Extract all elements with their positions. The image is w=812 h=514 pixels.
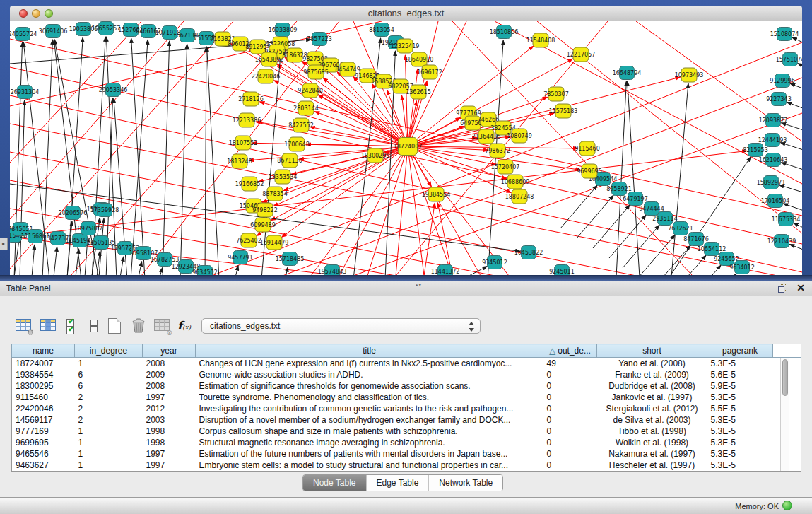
graph-edge xyxy=(408,69,418,146)
graph-node-label: 1813248 xyxy=(227,158,252,165)
graph-node-label: 21364436 xyxy=(472,134,501,140)
graph-node-label: 9875685 xyxy=(303,69,329,76)
table-settings-icon[interactable] xyxy=(15,317,33,335)
table-cell: Yano et al. (2008) xyxy=(597,358,707,370)
create-column-icon[interactable] xyxy=(105,317,124,335)
table-panel-body: ✔ ✔ ⊗ f(x) cit xyxy=(0,296,812,497)
graph-node-label: 2803144 xyxy=(293,105,319,112)
graph-node-label: 18724007 xyxy=(394,144,423,150)
graph-node-label: 7625402 xyxy=(236,238,261,244)
graph-node-label: 8427552 xyxy=(288,122,314,129)
graph-node-label: 7986372 xyxy=(485,148,510,154)
network-canvas[interactable]: 2405572430691406190538061065525715276026… xyxy=(10,21,802,276)
table-chooser-dropdown[interactable]: citations_edges.txt xyxy=(201,318,481,334)
table-cell: 0 xyxy=(543,380,597,392)
graph-node-label: 9129996 xyxy=(770,78,795,84)
function-builder-icon[interactable]: f(x) xyxy=(177,319,191,332)
table-cell: Genome-wide association studies in ADHD. xyxy=(196,369,543,380)
table-cell: 5.5E-5 xyxy=(707,403,773,414)
graph-node-label: 30691406 xyxy=(39,28,68,35)
graph-node-label: 18640910 xyxy=(405,57,434,63)
table-cell: Franke et al. (2009) xyxy=(597,369,707,380)
table-cell: 22420046 xyxy=(12,403,75,414)
scrollbar-thumb[interactable] xyxy=(782,359,788,396)
tab-edge-table[interactable]: Edge Table xyxy=(367,475,430,491)
table-panel-title: Table Panel xyxy=(6,284,51,293)
graph-node-label: 7850307 xyxy=(543,91,569,98)
table-cell: 2008 xyxy=(143,380,196,392)
table-cell: 9115460 xyxy=(12,392,75,403)
table-vertical-scrollbar[interactable] xyxy=(780,358,789,471)
column-header-in_degree[interactable]: in_degree xyxy=(75,344,143,358)
table-cell: 2 xyxy=(75,414,143,426)
graph-node-label: 6479197 xyxy=(623,196,648,202)
column-header-out_de[interactable]: △out_de... xyxy=(543,344,597,358)
graph-edge xyxy=(790,83,802,92)
split-pane-handle[interactable]: ▴▾ xyxy=(416,282,422,288)
gear-icon xyxy=(27,329,34,336)
table-cell: 1998 xyxy=(143,426,196,437)
tab-network-table[interactable]: Network Table xyxy=(429,475,502,491)
column-header-title[interactable]: title xyxy=(196,344,543,358)
graph-node-label: 19166852 xyxy=(235,181,264,187)
row-height-icon[interactable] xyxy=(85,317,103,335)
graph-edge xyxy=(616,81,626,276)
table-cell: Changes of HCN gene expression and I(f) … xyxy=(196,358,543,370)
graph-edge xyxy=(20,100,25,276)
table-row[interactable]: 946362711997Embryonic stem cells: a mode… xyxy=(12,460,801,472)
table-tabs: Node Table Edge Table Network Table xyxy=(302,474,503,491)
network-window-title: citations_edges.txt xyxy=(10,8,802,18)
table-cell: 6 xyxy=(75,380,143,392)
table-row[interactable]: 2242004622012Investigating the contribut… xyxy=(12,403,801,414)
delete-column-icon[interactable] xyxy=(130,317,148,335)
column-visibility-icon[interactable] xyxy=(40,317,58,335)
table-cell: 2 xyxy=(75,392,143,403)
table-header-row: namein_degreeyeartitle△out_de...shortpag… xyxy=(12,344,801,358)
table-row[interactable]: 1872400712008Changes of HCN gene express… xyxy=(12,358,801,370)
table-cell: 18300295 xyxy=(12,380,75,392)
graph-node-label: 9227343 xyxy=(766,96,792,103)
graph-node-label: 15718485 xyxy=(276,256,305,262)
graph-node-label: 1080749 xyxy=(507,133,532,139)
column-header-year[interactable]: year xyxy=(143,344,196,358)
graph-edge xyxy=(408,146,424,276)
float-panel-icon[interactable] xyxy=(778,284,787,293)
table-cell: Tourette syndrome. Phenomenology and cla… xyxy=(196,392,543,403)
table-row[interactable]: 911546021997Tourette syndrome. Phenomeno… xyxy=(12,392,801,403)
column-header-short[interactable]: short xyxy=(597,344,707,358)
graph-node-label: 16210643 xyxy=(759,157,788,163)
graph-node-label: 12217057 xyxy=(567,52,596,58)
control-panel-expand-notch[interactable]: ▸ xyxy=(0,238,8,250)
table-row[interactable]: 1938455462009Genome-wide association stu… xyxy=(12,369,801,380)
graph-node-label: 9115460 xyxy=(575,146,600,152)
table-cell: 9463627 xyxy=(12,460,75,472)
table-cell: Estimation of significance thresholds fo… xyxy=(196,380,543,392)
tab-node-table[interactable]: Node Table xyxy=(303,475,367,491)
table-cell: 0 xyxy=(543,414,597,426)
table-cell: 9465546 xyxy=(12,448,75,460)
graph-node-label: 15108074 xyxy=(770,31,799,37)
graph-node-label: 7632621 xyxy=(668,226,693,232)
table-cell: de Silva et al. (2003) xyxy=(597,414,707,426)
table-row[interactable]: 977716911998Corpus callosum shape and si… xyxy=(12,426,801,437)
close-panel-icon[interactable]: ✕ xyxy=(796,282,805,293)
table-row[interactable]: 969969511998Structural magnetic resonanc… xyxy=(12,437,801,448)
graph-node-label: 10973493 xyxy=(675,72,704,78)
table-cell: 0 xyxy=(543,392,597,403)
column-header-pagerank[interactable]: pagerank xyxy=(707,344,773,358)
graph-node-label: 2935114 xyxy=(652,216,678,222)
graph-node-label: 16543892 xyxy=(255,57,284,63)
table-row[interactable]: 946554611997Estimation of the future num… xyxy=(12,448,801,460)
graph-node-label: 10688609 xyxy=(501,179,530,185)
select-columns-icon[interactable]: ✔ ✔ xyxy=(64,317,83,335)
table-cell: 5.3E-5 xyxy=(707,437,773,448)
graph-edge xyxy=(32,245,35,276)
table-row[interactable]: 1830029562008Estimation of significance … xyxy=(12,380,801,392)
network-view-window: citations_edges.txt 24055724306914061905… xyxy=(0,0,812,281)
network-window-titlebar: citations_edges.txt xyxy=(10,6,802,22)
graph-edge xyxy=(207,47,219,276)
graph-node-label: 12213386 xyxy=(233,117,261,124)
table-row[interactable]: 1456911722003Disruption of a novel membe… xyxy=(12,414,801,426)
memory-ok-indicator xyxy=(782,501,792,510)
column-header-name[interactable]: name xyxy=(12,344,75,358)
